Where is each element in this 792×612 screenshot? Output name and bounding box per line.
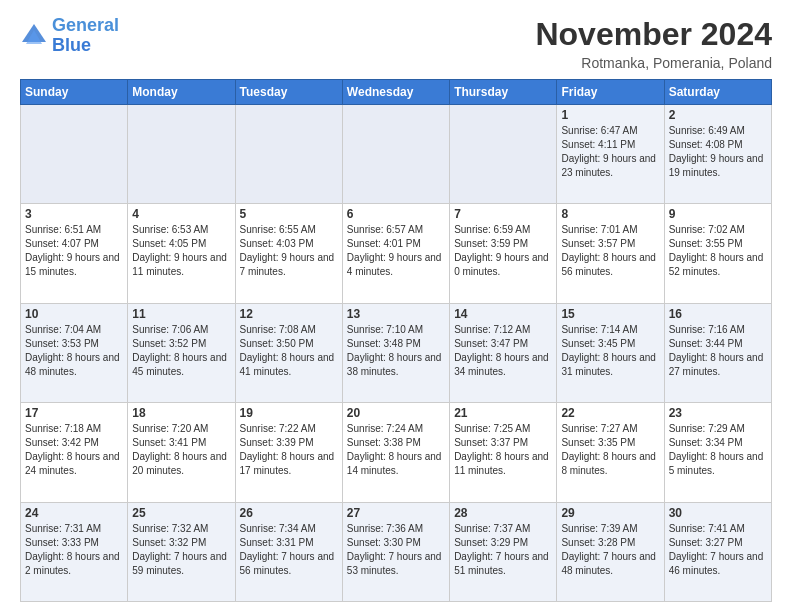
day-number: 16 bbox=[669, 307, 767, 321]
header-monday: Monday bbox=[128, 80, 235, 105]
calendar-cell: 10Sunrise: 7:04 AM Sunset: 3:53 PM Dayli… bbox=[21, 303, 128, 402]
day-number: 9 bbox=[669, 207, 767, 221]
calendar-cell: 9Sunrise: 7:02 AM Sunset: 3:55 PM Daylig… bbox=[664, 204, 771, 303]
day-info: Sunrise: 7:37 AM Sunset: 3:29 PM Dayligh… bbox=[454, 522, 552, 578]
day-number: 12 bbox=[240, 307, 338, 321]
day-number: 15 bbox=[561, 307, 659, 321]
calendar-week-row: 3Sunrise: 6:51 AM Sunset: 4:07 PM Daylig… bbox=[21, 204, 772, 303]
day-info: Sunrise: 6:51 AM Sunset: 4:07 PM Dayligh… bbox=[25, 223, 123, 279]
day-info: Sunrise: 6:55 AM Sunset: 4:03 PM Dayligh… bbox=[240, 223, 338, 279]
day-number: 2 bbox=[669, 108, 767, 122]
calendar-cell: 4Sunrise: 6:53 AM Sunset: 4:05 PM Daylig… bbox=[128, 204, 235, 303]
day-info: Sunrise: 7:18 AM Sunset: 3:42 PM Dayligh… bbox=[25, 422, 123, 478]
header-thursday: Thursday bbox=[450, 80, 557, 105]
header: General Blue November 2024 Rotmanka, Pom… bbox=[20, 16, 772, 71]
day-info: Sunrise: 7:25 AM Sunset: 3:37 PM Dayligh… bbox=[454, 422, 552, 478]
calendar-cell: 8Sunrise: 7:01 AM Sunset: 3:57 PM Daylig… bbox=[557, 204, 664, 303]
header-sunday: Sunday bbox=[21, 80, 128, 105]
day-number: 17 bbox=[25, 406, 123, 420]
day-info: Sunrise: 7:10 AM Sunset: 3:48 PM Dayligh… bbox=[347, 323, 445, 379]
header-friday: Friday bbox=[557, 80, 664, 105]
calendar-cell: 17Sunrise: 7:18 AM Sunset: 3:42 PM Dayli… bbox=[21, 403, 128, 502]
day-info: Sunrise: 7:04 AM Sunset: 3:53 PM Dayligh… bbox=[25, 323, 123, 379]
page: General Blue November 2024 Rotmanka, Pom… bbox=[0, 0, 792, 612]
calendar-cell bbox=[450, 105, 557, 204]
day-info: Sunrise: 7:22 AM Sunset: 3:39 PM Dayligh… bbox=[240, 422, 338, 478]
day-info: Sunrise: 7:24 AM Sunset: 3:38 PM Dayligh… bbox=[347, 422, 445, 478]
calendar-cell bbox=[342, 105, 449, 204]
calendar-cell: 27Sunrise: 7:36 AM Sunset: 3:30 PM Dayli… bbox=[342, 502, 449, 601]
calendar-cell: 30Sunrise: 7:41 AM Sunset: 3:27 PM Dayli… bbox=[664, 502, 771, 601]
calendar-cell: 19Sunrise: 7:22 AM Sunset: 3:39 PM Dayli… bbox=[235, 403, 342, 502]
day-info: Sunrise: 7:41 AM Sunset: 3:27 PM Dayligh… bbox=[669, 522, 767, 578]
logo-text: General Blue bbox=[52, 16, 119, 56]
calendar-table: Sunday Monday Tuesday Wednesday Thursday… bbox=[20, 79, 772, 602]
title-block: November 2024 Rotmanka, Pomerania, Polan… bbox=[535, 16, 772, 71]
calendar-cell: 28Sunrise: 7:37 AM Sunset: 3:29 PM Dayli… bbox=[450, 502, 557, 601]
calendar-cell: 11Sunrise: 7:06 AM Sunset: 3:52 PM Dayli… bbox=[128, 303, 235, 402]
day-info: Sunrise: 7:20 AM Sunset: 3:41 PM Dayligh… bbox=[132, 422, 230, 478]
day-info: Sunrise: 7:06 AM Sunset: 3:52 PM Dayligh… bbox=[132, 323, 230, 379]
calendar-cell: 5Sunrise: 6:55 AM Sunset: 4:03 PM Daylig… bbox=[235, 204, 342, 303]
day-info: Sunrise: 6:59 AM Sunset: 3:59 PM Dayligh… bbox=[454, 223, 552, 279]
day-info: Sunrise: 7:34 AM Sunset: 3:31 PM Dayligh… bbox=[240, 522, 338, 578]
day-number: 24 bbox=[25, 506, 123, 520]
day-number: 20 bbox=[347, 406, 445, 420]
calendar-week-row: 1Sunrise: 6:47 AM Sunset: 4:11 PM Daylig… bbox=[21, 105, 772, 204]
day-number: 11 bbox=[132, 307, 230, 321]
day-number: 4 bbox=[132, 207, 230, 221]
day-info: Sunrise: 7:14 AM Sunset: 3:45 PM Dayligh… bbox=[561, 323, 659, 379]
day-info: Sunrise: 6:53 AM Sunset: 4:05 PM Dayligh… bbox=[132, 223, 230, 279]
day-number: 5 bbox=[240, 207, 338, 221]
day-info: Sunrise: 7:02 AM Sunset: 3:55 PM Dayligh… bbox=[669, 223, 767, 279]
calendar-week-row: 17Sunrise: 7:18 AM Sunset: 3:42 PM Dayli… bbox=[21, 403, 772, 502]
calendar-cell: 2Sunrise: 6:49 AM Sunset: 4:08 PM Daylig… bbox=[664, 105, 771, 204]
calendar-cell: 20Sunrise: 7:24 AM Sunset: 3:38 PM Dayli… bbox=[342, 403, 449, 502]
calendar-cell bbox=[235, 105, 342, 204]
day-info: Sunrise: 7:16 AM Sunset: 3:44 PM Dayligh… bbox=[669, 323, 767, 379]
day-number: 25 bbox=[132, 506, 230, 520]
day-number: 21 bbox=[454, 406, 552, 420]
calendar-cell: 25Sunrise: 7:32 AM Sunset: 3:32 PM Dayli… bbox=[128, 502, 235, 601]
day-info: Sunrise: 6:49 AM Sunset: 4:08 PM Dayligh… bbox=[669, 124, 767, 180]
day-number: 23 bbox=[669, 406, 767, 420]
calendar-cell: 24Sunrise: 7:31 AM Sunset: 3:33 PM Dayli… bbox=[21, 502, 128, 601]
calendar-cell bbox=[21, 105, 128, 204]
calendar-cell: 3Sunrise: 6:51 AM Sunset: 4:07 PM Daylig… bbox=[21, 204, 128, 303]
header-tuesday: Tuesday bbox=[235, 80, 342, 105]
calendar-cell: 1Sunrise: 6:47 AM Sunset: 4:11 PM Daylig… bbox=[557, 105, 664, 204]
header-wednesday: Wednesday bbox=[342, 80, 449, 105]
day-number: 29 bbox=[561, 506, 659, 520]
day-number: 1 bbox=[561, 108, 659, 122]
month-title: November 2024 bbox=[535, 16, 772, 53]
day-info: Sunrise: 7:39 AM Sunset: 3:28 PM Dayligh… bbox=[561, 522, 659, 578]
day-info: Sunrise: 6:57 AM Sunset: 4:01 PM Dayligh… bbox=[347, 223, 445, 279]
calendar-cell: 14Sunrise: 7:12 AM Sunset: 3:47 PM Dayli… bbox=[450, 303, 557, 402]
day-number: 6 bbox=[347, 207, 445, 221]
weekday-header-row: Sunday Monday Tuesday Wednesday Thursday… bbox=[21, 80, 772, 105]
day-info: Sunrise: 7:29 AM Sunset: 3:34 PM Dayligh… bbox=[669, 422, 767, 478]
day-number: 26 bbox=[240, 506, 338, 520]
calendar-cell: 18Sunrise: 7:20 AM Sunset: 3:41 PM Dayli… bbox=[128, 403, 235, 502]
calendar-cell: 16Sunrise: 7:16 AM Sunset: 3:44 PM Dayli… bbox=[664, 303, 771, 402]
day-info: Sunrise: 6:47 AM Sunset: 4:11 PM Dayligh… bbox=[561, 124, 659, 180]
day-number: 18 bbox=[132, 406, 230, 420]
calendar-cell: 29Sunrise: 7:39 AM Sunset: 3:28 PM Dayli… bbox=[557, 502, 664, 601]
day-number: 3 bbox=[25, 207, 123, 221]
day-number: 22 bbox=[561, 406, 659, 420]
calendar-cell: 26Sunrise: 7:34 AM Sunset: 3:31 PM Dayli… bbox=[235, 502, 342, 601]
calendar-cell: 6Sunrise: 6:57 AM Sunset: 4:01 PM Daylig… bbox=[342, 204, 449, 303]
day-number: 30 bbox=[669, 506, 767, 520]
day-info: Sunrise: 7:12 AM Sunset: 3:47 PM Dayligh… bbox=[454, 323, 552, 379]
day-number: 14 bbox=[454, 307, 552, 321]
day-number: 28 bbox=[454, 506, 552, 520]
day-number: 13 bbox=[347, 307, 445, 321]
day-number: 19 bbox=[240, 406, 338, 420]
day-info: Sunrise: 7:32 AM Sunset: 3:32 PM Dayligh… bbox=[132, 522, 230, 578]
day-info: Sunrise: 7:08 AM Sunset: 3:50 PM Dayligh… bbox=[240, 323, 338, 379]
day-number: 27 bbox=[347, 506, 445, 520]
calendar-cell: 12Sunrise: 7:08 AM Sunset: 3:50 PM Dayli… bbox=[235, 303, 342, 402]
subtitle: Rotmanka, Pomerania, Poland bbox=[535, 55, 772, 71]
day-info: Sunrise: 7:36 AM Sunset: 3:30 PM Dayligh… bbox=[347, 522, 445, 578]
calendar-cell bbox=[128, 105, 235, 204]
